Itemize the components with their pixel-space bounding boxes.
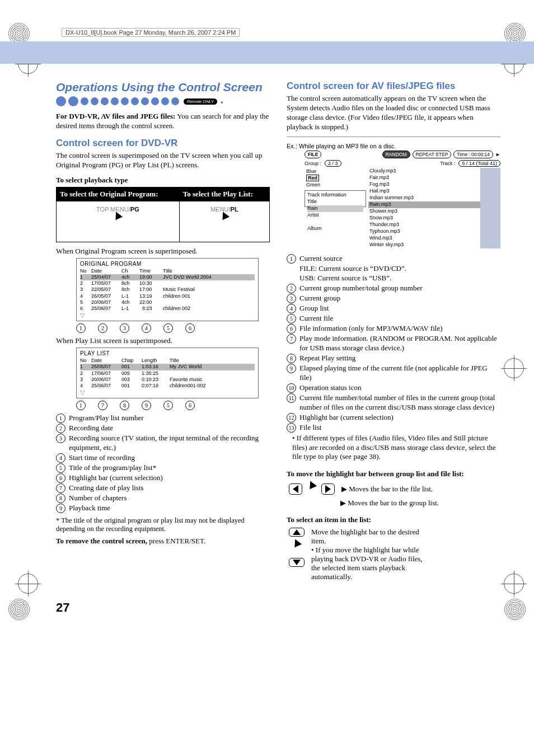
caption-original: When Original Program screen is superimp…: [56, 247, 270, 256]
callout-row-1: 123456: [76, 323, 270, 333]
group-list: BlueRedGreen: [305, 168, 366, 188]
cursor-icon: [289, 540, 304, 555]
left-right-keys: [289, 482, 335, 496]
select-table: To select the Original Program: To selec…: [56, 187, 270, 242]
random-indicator: RANDOM: [382, 151, 410, 158]
select-td-original: TOP MENU/PG: [57, 201, 180, 242]
section-avfiles-body: The control screen automatically appears…: [287, 94, 500, 132]
move-file-text: Moves the bar to the file list.: [349, 485, 433, 493]
track-indicator: 5 / 14 (Total 41): [458, 160, 500, 167]
scroll-down-icon: ▽: [80, 312, 255, 320]
intro-text: For DVD-VR, AV files and JPEG files: You…: [56, 112, 270, 131]
repeat-indicator: REPEAT STEP: [413, 151, 452, 158]
select-th-playlist: To select the Play List:: [179, 187, 269, 201]
play-icon: ►: [495, 152, 500, 157]
group-indicator: 2 / 3: [325, 160, 341, 167]
page-number: 27: [56, 600, 500, 615]
header-band: [0, 41, 534, 64]
time-indicator: Time : 00:00:14: [453, 151, 493, 158]
section-avfiles: Control screen for AV files/JPEG files: [287, 81, 500, 92]
osd-play-list: PLAY LIST No Date Chap Length Title 125/…: [76, 348, 259, 398]
section-dvdvr-body: The control screen is superimposed on th…: [56, 151, 270, 170]
cursor-icon: [305, 482, 319, 496]
select-body-1: Move the highlight bar to the desired it…: [311, 528, 419, 545]
move-group-text: Moves the bar to the group list.: [348, 499, 439, 507]
remove-line: To remove the control screen, press ENTE…: [56, 537, 270, 546]
move-heading: To move the highlight bar between group …: [287, 469, 500, 478]
example-label: Ex.: While playing an MP3 file on a disc…: [287, 143, 500, 149]
osd-original-program: ORIGINAL PROGRAM No Date Ch Time Title 1…: [76, 258, 259, 322]
cursor-icon: [110, 213, 125, 227]
av-screen: FILE RANDOM REPEAT STEP Time : 00:00:14 …: [305, 151, 500, 248]
page-title: Operations Using the Control Screen: [56, 81, 270, 94]
footnote: * The title of the original program or p…: [56, 516, 270, 533]
section-dvdvr: Control screen for DVD-VR: [56, 138, 270, 149]
file-list: Cloudy.mp3Fair.mp3Fog.mp3Hail.mp3Indian …: [368, 168, 500, 248]
remote-only-badge: Remote ONLY: [184, 98, 217, 105]
callout-row-2: 178956: [76, 401, 270, 410]
cursor-icon: [217, 213, 232, 227]
select-heading: To select an item in the list:: [287, 515, 500, 524]
bullet-note: • If different types of files (Audio fil…: [292, 434, 500, 462]
caption-playlist: When Play List screen is superimposed.: [56, 336, 270, 345]
sub-playback-type: To select playback type: [56, 176, 270, 185]
book-tag: DX-U10_8[U].book Page 27 Monday, March 2…: [62, 28, 240, 37]
legend-avfiles: 1Current sourceFILE: Current source is “…: [287, 254, 500, 433]
remote-sound-icon: »: [221, 98, 223, 105]
up-down-keys: [289, 528, 305, 567]
select-body-2: • If you move the highlight bar while pl…: [311, 546, 423, 581]
legend-dvdvr: 1Program/Play list number2Recording date…: [56, 414, 270, 513]
file-indicator: FILE: [305, 151, 321, 158]
heading-dots: Remote ONLY »: [56, 96, 270, 106]
scroll-down-icon: ▽: [80, 389, 255, 397]
select-td-playlist: MENU/PL: [179, 201, 269, 242]
select-th-original: To select the Original Program:: [57, 187, 180, 201]
track-info-block: Track Information TitleRainArtistAlbum: [305, 190, 366, 207]
